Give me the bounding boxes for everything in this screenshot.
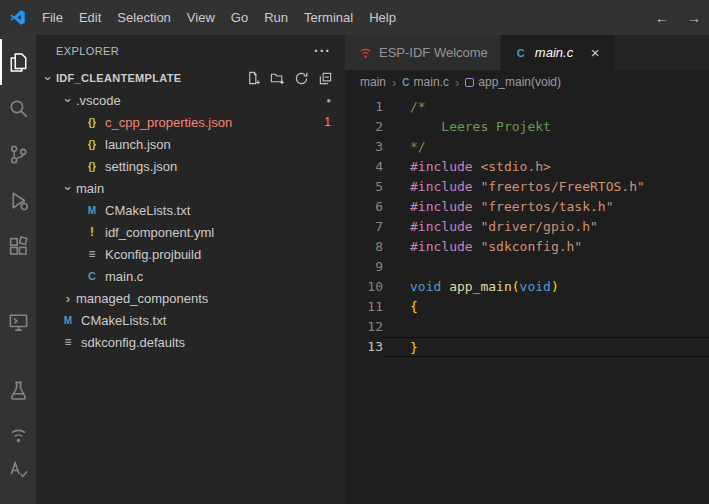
code-line-6[interactable]: 6#include "freertos/task.h" [345,197,709,217]
code-line-8[interactable]: 8#include "sdkconfig.h" [345,237,709,257]
close-icon[interactable]: × [587,44,603,61]
line-content: } [383,337,709,357]
token-comment: */ [410,139,426,154]
spell-checker-icon [8,459,29,480]
code-line-11[interactable]: 11{ [345,297,709,317]
more-actions-icon[interactable]: ··· [314,43,331,59]
activity-explorer[interactable] [0,39,36,85]
project-section-header[interactable]: › IDF_CLEANTEMPLATE [36,67,345,89]
tree-item-idf-component-yml[interactable]: !idf_component.yml [36,221,345,243]
breadcrumb-separator: › [392,75,396,90]
yml-file-icon: ! [84,225,100,239]
menu-run[interactable]: Run [256,7,296,28]
activity-esp-idf[interactable] [0,413,36,455]
code-editor[interactable]: 1/*2 Leeres Projekt3*/4#include <stdio.h… [345,94,709,504]
line-number: 11 [345,297,383,317]
tab-esp-idf-welcome[interactable]: ESP-IDF Welcome [345,35,501,70]
nav-back-icon[interactable]: ← [655,10,669,26]
token-comment: Leeres Projekt [410,119,551,134]
file-label: CMakeLists.txt [81,313,166,328]
line-number: 1 [345,97,383,117]
new-folder-icon[interactable] [270,71,285,86]
breadcrumb-item-main-c[interactable]: Cmain.c [402,75,449,89]
file-label: idf_component.yml [105,225,214,240]
testing-icon [8,380,29,401]
menu-selection[interactable]: Selection [109,7,178,28]
activity-bar [0,35,36,504]
activity-run-and-debug[interactable] [0,177,36,223]
sidebar-header: EXPLORER ··· [36,35,345,67]
symbol-method-icon [465,78,474,87]
tree-item-managed-components[interactable]: ›managed_components [36,287,345,309]
token-pp: #include [410,159,473,174]
project-name: IDF_CLEANTEMPLATE [56,72,246,84]
code-line-10[interactable]: 10void app_main(void) [345,277,709,297]
breadcrumb-label: main [360,75,386,89]
menu-view[interactable]: View [179,7,223,28]
menu-terminal[interactable]: Terminal [296,7,361,28]
esp-idf-icon [8,424,29,445]
activity-source-control[interactable] [0,131,36,177]
code-line-9[interactable]: 9 [345,257,709,277]
line-number: 2 [345,117,383,137]
line-content: Leeres Projekt [383,117,709,137]
refresh-icon[interactable] [294,71,309,86]
tree-item-c-cpp-properties-json[interactable]: {}c_cpp_properties.json1 [36,111,345,133]
menu-help[interactable]: Help [361,7,404,28]
tab-label: ESP-IDF Welcome [379,45,488,60]
menu-edit[interactable]: Edit [71,7,109,28]
tab-label: main.c [535,45,573,60]
breadcrumb-item-main[interactable]: main [360,75,386,89]
activity-spell-checker[interactable] [0,451,36,487]
cmake-file-icon: M [84,205,100,216]
code-line-3[interactable]: 3*/ [345,137,709,157]
line-number: 12 [345,317,383,337]
line-content: #include <stdio.h> [383,157,709,177]
activity-extensions[interactable] [0,223,36,269]
code-line-1[interactable]: 1/* [345,97,709,117]
tree-item-cmakelists-txt[interactable]: MCMakeLists.txt [36,199,345,221]
line-number: 8 [345,237,383,257]
line-number: 10 [345,277,383,297]
tab-main-c[interactable]: Cmain.c× [501,35,616,70]
code-line-12[interactable]: 12 [345,317,709,337]
chevron-down-icon: › [41,70,56,86]
activity-remote-explorer[interactable] [0,299,36,345]
line-number: 6 [345,197,383,217]
activity-search[interactable] [0,85,36,131]
section-actions [246,71,345,86]
breadcrumb-label: app_main(void) [478,75,561,89]
tree-item-main[interactable]: ›main [36,177,345,199]
file-label: main.c [105,269,143,284]
new-file-icon[interactable] [246,71,261,86]
breadcrumb-item-app-main-void[interactable]: app_main(void) [465,75,561,89]
extensions-icon [8,236,29,257]
code-line-4[interactable]: 4#include <stdio.h> [345,157,709,177]
file-label: managed_components [76,291,208,306]
activity-testing[interactable] [0,367,36,413]
nav-forward-icon[interactable]: → [687,10,701,26]
tree-item-vscode[interactable]: ›.vscode● [36,89,345,111]
search-icon [8,98,29,119]
code-line-2[interactable]: 2 Leeres Projekt [345,117,709,137]
token-br: { [410,299,418,314]
code-line-7[interactable]: 7#include "driver/gpio.h" [345,217,709,237]
tree-item-sdkconfig-defaults[interactable]: ≡sdkconfig.defaults [36,331,345,353]
chevron-down-icon: › [61,180,76,196]
token-kw: void [520,279,551,294]
code-line-13[interactable]: 13} [345,337,709,357]
code-line-5[interactable]: 5#include "freertos/FreeRTOS.h" [345,177,709,197]
tab-bar: ESP-IDF WelcomeCmain.c× [345,35,709,70]
c-file-icon: C [402,77,409,88]
tree-item-main-c[interactable]: Cmain.c [36,265,345,287]
tree-item-launch-json[interactable]: {}launch.json [36,133,345,155]
file-label: main [76,181,104,196]
menu-go[interactable]: Go [223,7,256,28]
tree-item-settings-json[interactable]: {}settings.json [36,155,345,177]
menu-file[interactable]: File [34,7,71,28]
file-label: sdkconfig.defaults [81,335,185,350]
tree-item-kconfig-projbuild[interactable]: ≡Kconfig.projbuild [36,243,345,265]
tree-item-cmakelists-txt[interactable]: MCMakeLists.txt [36,309,345,331]
file-label: launch.json [105,137,171,152]
collapse-all-icon[interactable] [318,71,333,86]
